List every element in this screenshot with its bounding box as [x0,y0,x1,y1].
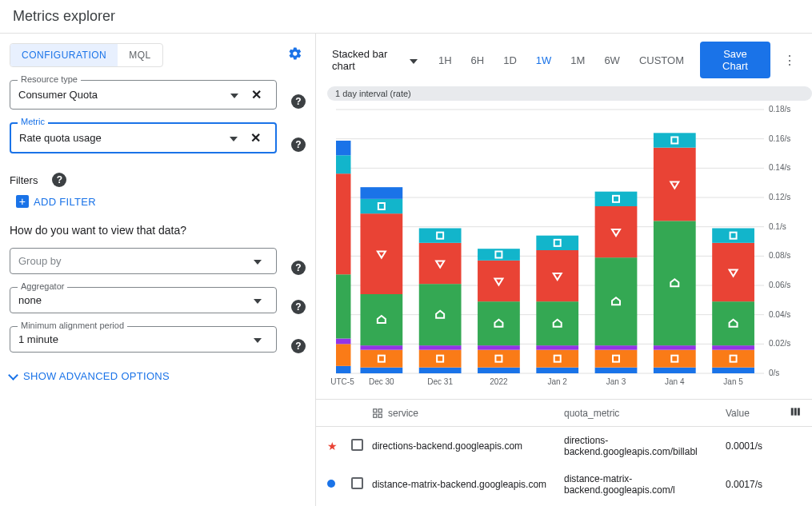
svg-rect-38 [419,350,462,368]
svg-text:0.16/s: 0.16/s [769,134,790,143]
svg-text:0.1/s: 0.1/s [769,222,786,231]
filters-heading: Filters ? [10,173,306,187]
help-icon[interactable]: ? [291,137,306,152]
svg-rect-55 [536,368,578,373]
time-range-custom[interactable]: CUSTOM [631,50,692,71]
svg-rect-73 [654,368,696,373]
svg-rect-96 [791,408,794,415]
svg-rect-69 [595,206,638,257]
svg-text:0.02/s: 0.02/s [769,339,790,348]
svg-rect-68 [595,257,638,345]
svg-rect-87 [712,243,754,301]
legend-row[interactable]: distance-matrix-backend.googleapis.comdi… [316,465,812,504]
time-range-group: 1H6H1D1W1M6WCUSTOM [430,50,692,71]
svg-text:Jan 3: Jan 3 [606,377,626,386]
help-icon[interactable]: ? [291,300,306,314]
svg-rect-61 [536,236,578,250]
metric-select[interactable]: Rate quota usage ✕ [10,122,277,153]
help-icon[interactable]: ? [52,173,66,187]
settings-gear-icon[interactable] [285,43,306,67]
svg-text:UTC-5: UTC-5 [330,377,354,386]
dropdown-arrow-icon [410,54,418,66]
svg-rect-67 [595,345,638,350]
help-icon[interactable]: ? [291,261,306,275]
svg-rect-52 [478,249,520,261]
legend-value: 0.0001/s [726,440,782,452]
clear-resource-icon[interactable]: ✕ [245,87,268,102]
svg-rect-83 [712,350,754,368]
svg-rect-41 [419,284,462,345]
svg-rect-24 [336,173,350,274]
svg-rect-21 [336,344,350,366]
aggregator-label: Aggregator [18,281,67,291]
svg-rect-26 [336,141,350,155]
time-range-6h[interactable]: 6H [463,50,493,71]
legend-checkbox[interactable] [351,439,363,451]
clear-metric-icon[interactable]: ✕ [244,130,267,145]
group-by-select[interactable]: Group by [10,248,277,274]
legend-header: service quota_metric Value [316,400,812,427]
svg-rect-27 [360,368,402,373]
chevron-down-icon [10,370,18,382]
svg-rect-31 [360,294,402,345]
svg-rect-46 [478,368,520,373]
svg-rect-33 [360,199,402,213]
tab-mql[interactable]: MQL [118,44,162,66]
svg-rect-51 [478,261,520,301]
show-advanced-button[interactable]: SHOW ADVANCED OPTIONS [10,370,306,382]
save-chart-button[interactable]: Save Chart [700,42,770,78]
time-range-1d[interactable]: 1D [495,50,525,71]
svg-text:0.12/s: 0.12/s [769,193,790,201]
svg-rect-82 [712,368,754,373]
help-icon[interactable]: ? [291,339,306,353]
svg-text:0.04/s: 0.04/s [769,310,790,319]
time-range-1w[interactable]: 1W [528,50,560,71]
svg-rect-95 [378,414,382,417]
legend-quota: distance-matrix-backend.googleapis.com/l [564,473,726,496]
config-panel: CONFIGURATION MQL Resource type Consumer… [0,34,316,506]
column-config-icon[interactable] [782,406,801,420]
svg-rect-25 [336,155,350,173]
svg-rect-40 [419,345,462,350]
svg-rect-88 [712,229,754,243]
legend-checkbox[interactable] [351,477,363,489]
svg-rect-49 [478,345,520,350]
chart-type-select[interactable]: Stacked bar chart [327,45,422,75]
legend-service: distance-matrix-backend.googleapis.com [372,479,564,490]
svg-text:Jan 5: Jan 5 [723,377,743,386]
svg-rect-22 [336,338,350,344]
svg-rect-92 [374,408,377,412]
svg-text:Dec 31: Dec 31 [427,377,453,386]
time-range-1h[interactable]: 1H [430,50,460,71]
dropdown-arrow-icon [247,255,268,267]
chart-panel: Stacked bar chart 1H6H1D1W1M6WCUSTOM Sav… [316,34,812,506]
svg-rect-74 [654,350,696,368]
svg-rect-60 [536,250,578,301]
svg-rect-94 [374,414,377,417]
svg-rect-64 [595,368,638,373]
svg-text:Dec 30: Dec 30 [369,377,394,386]
svg-text:0.18/s: 0.18/s [769,106,790,114]
plus-icon: + [16,195,29,208]
add-filter-button[interactable]: + ADD FILTER [16,195,306,208]
svg-text:0.06/s: 0.06/s [769,281,790,289]
dropdown-arrow-icon [223,132,244,144]
help-icon[interactable]: ? [291,94,306,109]
svg-rect-35 [360,187,402,199]
config-tabs: CONFIGURATION MQL [10,43,163,67]
page-title: Metrics explorer [13,8,799,25]
tab-configuration[interactable]: CONFIGURATION [10,44,118,66]
svg-rect-23 [336,274,350,338]
svg-rect-28 [360,350,402,368]
svg-text:Jan 2: Jan 2 [547,377,567,386]
svg-rect-70 [595,192,638,206]
time-range-1m[interactable]: 1M [562,50,593,71]
svg-rect-32 [360,213,402,294]
svg-rect-47 [478,350,520,368]
legend-row[interactable]: ★directions-backend.googleapis.comdirect… [316,427,812,465]
svg-rect-98 [798,408,800,415]
page-header: Metrics explorer [0,0,812,34]
resource-type-select[interactable]: Consumer Quota ✕ [10,80,277,110]
time-range-6w[interactable]: 6W [596,50,628,71]
more-menu-icon[interactable]: ⋮ [778,48,801,73]
